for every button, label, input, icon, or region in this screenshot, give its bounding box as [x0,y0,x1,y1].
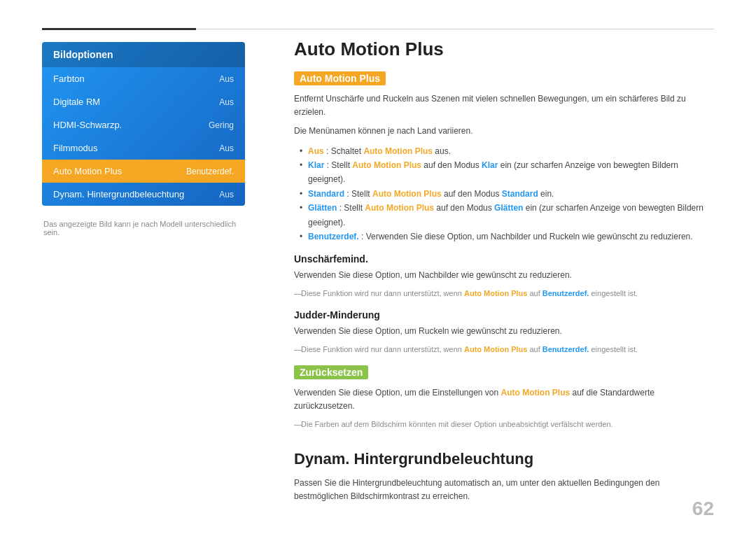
judder-note: Diese Funktion wird nur dann unterstützt… [294,344,714,356]
sidebar-item-hdmi-schwarzp[interactable]: HDMI-Schwarzp. Gering [42,113,245,136]
main-content: Auto Motion Plus Auto Motion Plus Entfer… [294,38,714,506]
sidebar-menu: Bildoptionen Farbton Aus Digitale RM Aus… [42,42,245,206]
sidebar-item-label: HDMI-Schwarzp. [53,120,122,130]
section-unscharfemind: Unschärfemind. Verwenden Sie diese Optio… [294,253,714,300]
sidebar-header: Bildoptionen [42,42,245,67]
judder-desc: Verwenden Sie diese Option, um Ruckeln w… [294,325,714,338]
top-lines [0,28,756,30]
zurucksetzen-desc: Verwenden Sie diese Option, um die Einst… [294,386,714,413]
top-line-light [196,29,714,29]
section-dynam-hintergrund: Dynam. Hintergrundbeleuchtung Passen Sie… [294,450,714,506]
sidebar-item-value: Benutzerdef. [186,167,234,176]
unscharf-desc: Verwenden Sie diese Option, um Nachbilde… [294,269,714,282]
subsection-title-judder: Judder-Minderung [294,309,714,321]
page-number: 62 [692,498,714,520]
sidebar-item-auto-motion-plus[interactable]: Auto Motion Plus Benutzerdef. [42,160,245,183]
sidebar-item-filmmodus[interactable]: Filmmodus Aus [42,136,245,160]
page-title: Auto Motion Plus [294,38,714,60]
sidebar: Bildoptionen Farbton Aus Digitale RM Aus… [42,42,245,237]
sidebar-item-value: Gering [209,120,234,130]
sidebar-item-farbton[interactable]: Farbton Aus [42,67,245,90]
dynam-desc: Passen Sie die Hintergrundbeleuchtung au… [294,477,714,503]
sidebar-item-value: Aus [219,74,234,84]
subsection-title-unscharf: Unschärfemind. [294,253,714,265]
section-zurucksetzen: Zurücksetzen Verwenden Sie diese Option,… [294,365,714,430]
bullet-aus: Aus : Schaltet Auto Motion Plus aus. [300,144,714,158]
sidebar-item-dynam-hintergrund[interactable]: Dynam. Hintergrundbeleuchtung Aus [42,183,245,206]
sidebar-item-label: Farbton [53,73,85,84]
section-desc1: Entfernt Unschärfe und Ruckeln aus Szene… [294,92,714,119]
section-desc2: Die Menünamen können je nach Land variie… [294,125,714,138]
bullet-standard: Standard : Stellt Auto Motion Plus auf d… [300,187,714,201]
section-auto-motion-plus: Auto Motion Plus Entfernt Unschärfe und … [294,71,714,244]
sidebar-item-label: Auto Motion Plus [53,166,122,176]
bullet-glatten: Glätten : Stellt Auto Motion Plus auf de… [300,201,714,230]
sidebar-note: Das angezeigte Bild kann je nach Modell … [42,220,245,237]
unscharf-note: Diese Funktion wird nur dann unterstützt… [294,288,714,300]
bullet-list: Aus : Schaltet Auto Motion Plus aus. Kla… [300,144,714,244]
sidebar-item-label: Digitale RM [53,97,100,107]
sidebar-item-value: Aus [219,143,234,153]
bullet-klar: Klar : Stellt Auto Motion Plus auf den M… [300,158,714,187]
section-judder: Judder-Minderung Verwenden Sie diese Opt… [294,309,714,356]
sidebar-item-value: Aus [219,97,234,107]
dynam-title: Dynam. Hintergrundbeleuchtung [294,450,714,468]
sidebar-item-digitale-rm[interactable]: Digitale RM Aus [42,90,245,113]
sidebar-item-label: Filmmodus [53,143,98,153]
top-line-dark [42,28,196,30]
bullet-benutzerdef: Benutzerdef. : Verwenden Sie diese Optio… [300,230,714,244]
sidebar-item-value: Aus [219,190,234,199]
section-highlight-amp: Auto Motion Plus [294,71,386,85]
section-highlight-zurucksetzen: Zurücksetzen [294,365,368,379]
sidebar-item-label: Dynam. Hintergrundbeleuchtung [53,189,184,199]
zurucksetzen-note: Die Farben auf dem Bildschirm könnten mi… [294,419,714,430]
